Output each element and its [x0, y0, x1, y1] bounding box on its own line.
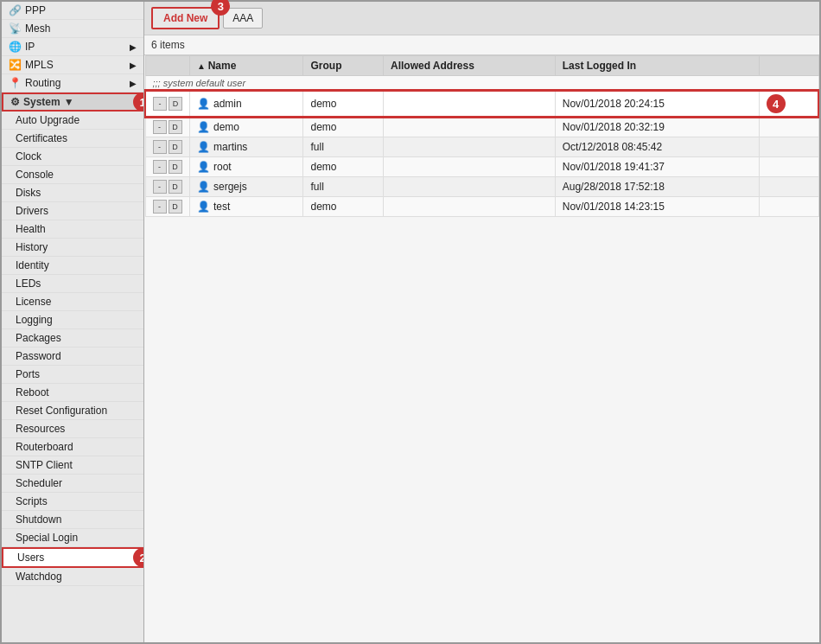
row-group: demo [303, 197, 383, 217]
table-row[interactable]: - D 👤admindemoNov/01/2018 20:24:154 [145, 91, 818, 117]
user-icon: 👤 [197, 161, 210, 173]
sidebar-item-sntp-client[interactable]: SNTP Client [2, 456, 143, 475]
row-name: 👤sergejs [190, 177, 303, 197]
row-allowed-address [383, 197, 555, 217]
user-icon: 👤 [197, 121, 210, 133]
row-name: 👤martins [190, 137, 303, 157]
col-name[interactable]: Name [190, 56, 303, 76]
system-default-note: ;;; system default user [145, 76, 818, 92]
annotation-badge-1: 1 [133, 92, 144, 112]
sidebar-item-users[interactable]: Users 2 [2, 547, 143, 568]
user-icon: 👤 [197, 201, 210, 213]
sidebar-item-scheduler[interactable]: Scheduler [2, 475, 143, 493]
user-icon: 👤 [197, 141, 210, 153]
row-allowed-address [383, 91, 555, 117]
users-table: Name Group Allowed Address Last Logged I… [144, 55, 819, 217]
row-action-cell: - D [145, 137, 190, 157]
sidebar-item-ip[interactable]: 🌐 IP ▶ [2, 38, 143, 56]
row-last-logged-in: Aug/28/2018 17:52:18 [555, 177, 759, 197]
sidebar-item-packages[interactable]: Packages [2, 329, 143, 348]
sidebar-item-license[interactable]: License [2, 293, 143, 311]
sidebar-item-password[interactable]: Password [2, 348, 143, 366]
sidebar-item-mesh[interactable]: 📡 Mesh [2, 20, 143, 38]
row-extra [759, 157, 818, 177]
annotation-badge-3: 3 [211, 0, 230, 16]
row-minus-btn[interactable]: - [153, 97, 167, 111]
row-group: full [303, 137, 383, 157]
row-last-logged-in: Nov/01/2018 14:23:15 [555, 197, 759, 217]
row-group: demo [303, 157, 383, 177]
row-d-btn[interactable]: D [169, 160, 182, 174]
row-name: 👤root [190, 157, 303, 177]
ppp-icon: 🔗 [9, 4, 22, 16]
row-d-btn[interactable]: D [169, 140, 182, 154]
sidebar-item-ppp[interactable]: 🔗 PPP [2, 2, 143, 20]
table-row[interactable]: - D 👤testdemoNov/01/2018 14:23:15 [145, 197, 818, 217]
row-d-btn[interactable]: D [169, 200, 182, 214]
system-default-row: ;;; system default user [145, 76, 818, 92]
row-allowed-address [383, 137, 555, 157]
col-allowed-address[interactable]: Allowed Address [383, 56, 555, 76]
sidebar-item-resources[interactable]: Resources [2, 420, 143, 438]
sidebar-item-history[interactable]: History [2, 239, 143, 257]
sidebar-item-disks[interactable]: Disks [2, 184, 143, 202]
row-last-logged-in: Oct/12/2018 08:45:42 [555, 137, 759, 157]
sidebar-item-certificates[interactable]: Certificates [2, 130, 143, 148]
row-allowed-address [383, 177, 555, 197]
row-last-logged-in: Nov/01/2018 20:24:15 [555, 91, 759, 117]
ip-arrow-icon: ▶ [130, 42, 137, 52]
row-extra [759, 177, 818, 197]
row-minus-btn[interactable]: - [153, 140, 167, 154]
sidebar-item-leds[interactable]: LEDs [2, 275, 143, 293]
row-minus-btn[interactable]: - [153, 160, 167, 174]
sidebar-item-mpls[interactable]: 🔀 MPLS ▶ [2, 56, 143, 74]
row-minus-btn[interactable]: - [153, 120, 167, 134]
table-row[interactable]: - D 👤martinsfullOct/12/2018 08:45:42 [145, 137, 818, 157]
sidebar-item-reset-configuration[interactable]: Reset Configuration [2, 402, 143, 420]
row-d-btn[interactable]: D [169, 180, 182, 194]
row-action-cell: - D [145, 177, 190, 197]
row-d-btn[interactable]: D [169, 97, 182, 111]
row-extra [759, 117, 818, 137]
row-action-cell: - D [145, 117, 190, 137]
sidebar-item-watchdog[interactable]: Watchdog [2, 568, 143, 586]
table-container: Name Group Allowed Address Last Logged I… [144, 55, 819, 642]
sidebar-item-ports[interactable]: Ports [2, 366, 143, 384]
row-action-cell: - D [145, 91, 190, 117]
sidebar-item-special-login[interactable]: Special Login [2, 529, 143, 547]
table-row[interactable]: - D 👤sergejsfullAug/28/2018 17:52:18 [145, 177, 818, 197]
sidebar-item-auto-upgrade[interactable]: Auto Upgrade [2, 112, 143, 130]
annotation-badge-2: 2 [133, 548, 144, 567]
sidebar-item-reboot[interactable]: Reboot [2, 384, 143, 402]
sidebar-item-routerboard[interactable]: Routerboard [2, 438, 143, 456]
col-last-logged-in[interactable]: Last Logged In [555, 56, 759, 76]
row-extra [759, 137, 818, 157]
row-group: demo [303, 91, 383, 117]
add-new-button[interactable]: Add New [151, 7, 220, 29]
sidebar-item-console[interactable]: Console [2, 166, 143, 184]
sidebar-item-health[interactable]: Health [2, 220, 143, 239]
sidebar: 🔗 PPP 📡 Mesh 🌐 IP ▶ 🔀 MPLS ▶ 📍 Routing ▶… [2, 2, 144, 642]
col-group[interactable]: Group [303, 56, 383, 76]
sidebar-item-identity[interactable]: Identity [2, 257, 143, 275]
row-name: 👤test [190, 197, 303, 217]
sidebar-item-clock[interactable]: Clock [2, 148, 143, 166]
row-minus-btn[interactable]: - [153, 180, 167, 194]
mesh-icon: 📡 [9, 22, 22, 35]
row-last-logged-in: Nov/01/2018 19:41:37 [555, 157, 759, 177]
row-minus-btn[interactable]: - [153, 200, 167, 214]
sidebar-item-system[interactable]: ⚙ System ▼ 1 [2, 92, 143, 112]
row-extra [759, 197, 818, 217]
table-row[interactable]: - D 👤rootdemoNov/01/2018 19:41:37 [145, 157, 818, 177]
sidebar-item-logging[interactable]: Logging [2, 311, 143, 329]
table-row[interactable]: - D 👤demodemoNov/01/2018 20:32:19 [145, 117, 818, 137]
sidebar-item-routing[interactable]: 📍 Routing ▶ [2, 74, 143, 92]
row-d-btn[interactable]: D [169, 120, 182, 134]
sidebar-item-drivers[interactable]: Drivers [2, 202, 143, 220]
row-name: 👤admin [190, 91, 303, 117]
sidebar-item-shutdown[interactable]: Shutdown [2, 511, 143, 529]
items-count: 6 items [144, 35, 819, 55]
mpls-arrow-icon: ▶ [130, 61, 137, 70]
row-action-cell: - D [145, 197, 190, 217]
sidebar-item-scripts[interactable]: Scripts [2, 493, 143, 511]
